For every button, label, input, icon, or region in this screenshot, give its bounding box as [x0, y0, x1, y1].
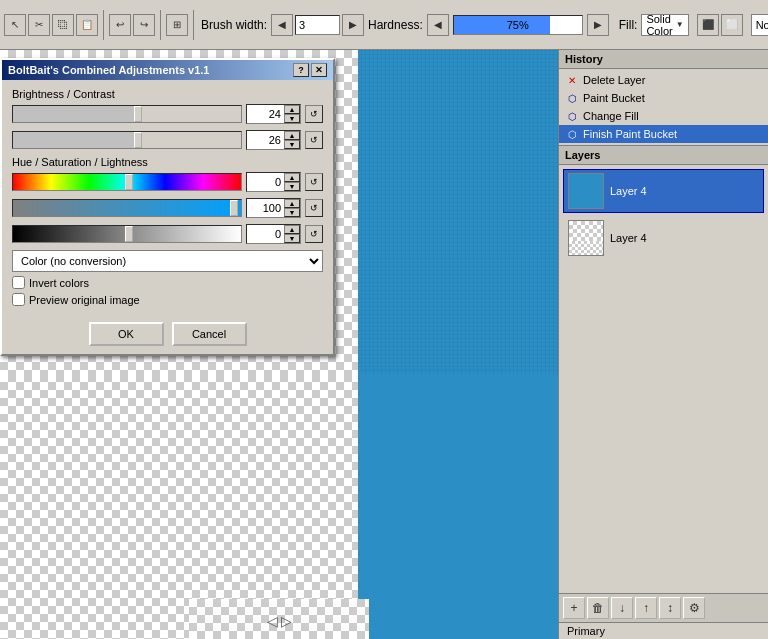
hardness-bar[interactable]: 75% [453, 15, 583, 35]
hue-spin: ▲ ▼ [284, 173, 300, 191]
merge-layers-btn[interactable]: ↕ [659, 597, 681, 619]
brightness-fill [13, 106, 138, 122]
history-item-change-fill[interactable]: ⬡ Change Fill [559, 107, 768, 125]
brightness-input[interactable] [247, 107, 284, 121]
primary-tab[interactable]: Primary [559, 622, 768, 639]
toolbar-icon-grid[interactable]: ⊞ [166, 14, 188, 36]
history-finish-icon: ⬡ [565, 127, 579, 141]
brightness-thumb[interactable] [134, 106, 142, 122]
hardness-increment[interactable]: ▶ [587, 14, 609, 36]
hardness-label: Hardness: [368, 18, 423, 32]
canvas-blue-top [358, 50, 558, 374]
invert-label: Invert colors [29, 277, 89, 289]
hue-slider[interactable] [12, 173, 242, 191]
lightness-reset[interactable]: ↺ [305, 225, 323, 243]
toolbar-icon-redo[interactable]: ↪ [133, 14, 155, 36]
contrast-slider[interactable] [12, 131, 242, 149]
brightness-slider[interactable] [12, 105, 242, 123]
dialog-close-btn[interactable]: ✕ [311, 63, 327, 77]
add-layer-btn[interactable]: + [563, 597, 585, 619]
contrast-fill [13, 132, 138, 148]
lightness-row: ▲ ▼ ↺ [12, 224, 323, 244]
move-layer-down-btn[interactable]: ↓ [611, 597, 633, 619]
brush-width-section: Brush width: ◀ ▶ [201, 14, 364, 36]
layers-header: Layers [559, 146, 768, 165]
saturation-input[interactable] [247, 201, 284, 215]
toolbar-icon-undo[interactable]: ↩ [109, 14, 131, 36]
icon-group-left: ↖ ✂ ⿻ 📋 ↩ ↪ ⊞ [4, 10, 197, 40]
delete-layer-btn[interactable]: 🗑 [587, 597, 609, 619]
history-paint-label-1: Paint Bucket [583, 92, 645, 104]
saturation-spin-down[interactable]: ▼ [284, 208, 300, 217]
contrast-reset[interactable]: ↺ [305, 131, 323, 149]
move-layer-up-btn[interactable]: ↑ [635, 597, 657, 619]
brightness-reset[interactable]: ↺ [305, 105, 323, 123]
ok-button[interactable]: OK [89, 322, 164, 346]
lightness-input[interactable] [247, 227, 284, 241]
hue-input[interactable] [247, 175, 284, 189]
brush-width-increment[interactable]: ▶ [342, 14, 364, 36]
lightness-thumb[interactable] [125, 226, 133, 242]
hardness-decrement[interactable]: ◀ [427, 14, 449, 36]
layers-list: Layer 4 Layer 4 [559, 165, 768, 593]
dialog-help-btn[interactable]: ? [293, 63, 309, 77]
toolbar-icon-arrow[interactable]: ↖ [4, 14, 26, 36]
right-panel: History ✕ Delete Layer ⬡ Paint Bucket ⬡ … [558, 50, 768, 639]
contrast-spin-up[interactable]: ▲ [284, 131, 300, 140]
lightness-spin-up[interactable]: ▲ [284, 225, 300, 234]
brightness-contrast-label: Brightness / Contrast [12, 88, 323, 100]
layer-properties-btn[interactable]: ⚙ [683, 597, 705, 619]
history-item-delete-layer[interactable]: ✕ Delete Layer [559, 71, 768, 89]
saturation-thumb[interactable] [230, 200, 238, 216]
preview-checkbox[interactable] [12, 293, 25, 306]
invert-checkbox[interactable] [12, 276, 25, 289]
layer-thumb-checker [569, 241, 603, 255]
layer-thumbnail-1 [568, 220, 604, 256]
brush-width-decrement[interactable]: ◀ [271, 14, 293, 36]
lightness-spin-down[interactable]: ▼ [284, 234, 300, 243]
color-mode-section: Color (no conversion) RGB HSL HSV [12, 250, 323, 272]
hue-spin-down[interactable]: ▼ [284, 182, 300, 191]
brush-width-input[interactable] [295, 15, 340, 35]
history-item-finish-paint[interactable]: ⬡ Finish Paint Bucket [559, 125, 768, 143]
adjustments-dialog: BoltBait's Combined Adjustments v1.1 ? ✕… [0, 58, 335, 356]
toolbar-icon-copy[interactable]: ⿻ [52, 14, 74, 36]
history-header: History [559, 50, 768, 69]
contrast-spin-down[interactable]: ▼ [284, 140, 300, 149]
history-item-paint-bucket[interactable]: ⬡ Paint Bucket [559, 89, 768, 107]
scroll-left-arrow: ◁ [267, 613, 278, 629]
cancel-button[interactable]: Cancel [172, 322, 247, 346]
contrast-thumb[interactable] [134, 132, 142, 148]
hardness-section: Hardness: ◀ 75% ▶ [368, 14, 609, 36]
saturation-reset[interactable]: ↺ [305, 199, 323, 217]
layers-toolbar: + 🗑 ↓ ↑ ↕ ⚙ [559, 593, 768, 622]
color-mode-select[interactable]: Color (no conversion) RGB HSL HSV [12, 250, 323, 272]
layer-item-0[interactable]: Layer 4 [563, 169, 764, 213]
fill-dropdown[interactable]: Solid Color ▼ [641, 14, 688, 36]
blend-mode-dropdown[interactable]: Normal ▼ [751, 14, 768, 36]
contrast-row: ▲ ▼ ↺ [12, 130, 323, 150]
hue-reset[interactable]: ↺ [305, 173, 323, 191]
brightness-row: ▲ ▼ ↺ [12, 104, 323, 124]
brightness-spin-down[interactable]: ▼ [284, 114, 300, 123]
toolbar-icon-cut[interactable]: ✂ [28, 14, 50, 36]
blend-icon-2[interactable]: ⬜ [721, 14, 743, 36]
contrast-input[interactable] [247, 133, 284, 147]
history-delete-label: Delete Layer [583, 74, 645, 86]
brightness-spin-up[interactable]: ▲ [284, 105, 300, 114]
lightness-number-wrap: ▲ ▼ [246, 224, 301, 244]
lightness-slider[interactable] [12, 225, 242, 243]
scroll-right-arrow: ▷ [281, 613, 292, 629]
hue-row: ▲ ▼ ↺ [12, 172, 323, 192]
hue-spin-up[interactable]: ▲ [284, 173, 300, 182]
blend-icon-1[interactable]: ⬛ [697, 14, 719, 36]
layer-item-1[interactable]: Layer 4 [563, 216, 764, 260]
canvas-blue-texture [358, 50, 558, 374]
toolbar-icon-paste[interactable]: 📋 [76, 14, 98, 36]
saturation-slider[interactable] [12, 199, 242, 217]
saturation-spin-up[interactable]: ▲ [284, 199, 300, 208]
hue-thumb[interactable] [125, 174, 133, 190]
fill-label: Fill: [619, 18, 638, 32]
layer-name-0: Layer 4 [610, 185, 647, 197]
canvas-bottom: ◁ ▷ [0, 374, 558, 639]
